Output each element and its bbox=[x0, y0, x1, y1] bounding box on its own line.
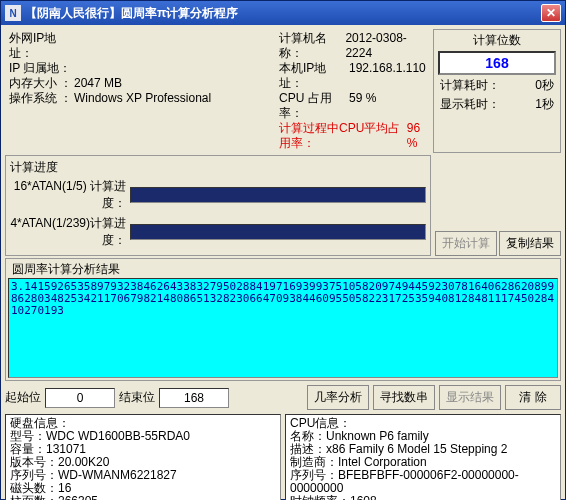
probability-button[interactable]: 几率分析 bbox=[307, 385, 369, 410]
result-textarea[interactable]: 3.14159265358979323846264338327950288419… bbox=[8, 278, 558, 378]
progress2-label: 4*ATAN(1/239)计算进度： bbox=[10, 215, 130, 249]
count-group: 计算位数 168 计算耗时：0秒 显示耗时：1秒 bbox=[433, 29, 561, 153]
disk-heads-value: 16 bbox=[58, 481, 71, 495]
titlebar: N 【阴南人民很行】圆周率π计算分析程序 ✕ bbox=[1, 1, 565, 25]
ext-ip-label: 外网IP地址： bbox=[9, 31, 74, 61]
ip-loc-label: IP 归属地： bbox=[9, 61, 74, 76]
cpu-desc-value: x86 Family 6 Model 15 Stepping 2 bbox=[326, 442, 507, 456]
disk-model-label: 型号： bbox=[10, 429, 46, 443]
local-ip-value: 192.168.1.110 bbox=[349, 61, 426, 91]
disp-time-value: 1秒 bbox=[535, 96, 554, 113]
window-title: 【阴南人民很行】圆周率π计算分析程序 bbox=[25, 5, 541, 22]
disk-sn-value: WD-WMANM6221827 bbox=[58, 468, 177, 482]
cpu-name-value: Unknown P6 family bbox=[326, 429, 429, 443]
disp-time-label: 显示耗时： bbox=[440, 96, 500, 113]
end-pos-label: 结束位 bbox=[119, 389, 155, 406]
system-info-right: 计算机名称：2012-0308-2224 本机IP地址：192.168.1.11… bbox=[279, 29, 429, 153]
mem-value: 2047 MB bbox=[74, 76, 122, 91]
progress-group: 计算进度 16*ATAN(1/5) 计算进度： 4*ATAN(1/239)计算进… bbox=[5, 155, 431, 256]
disk-cyl-label: 柱面数： bbox=[10, 494, 58, 500]
mem-label: 内存大小 ： bbox=[9, 76, 74, 91]
close-button[interactable]: ✕ bbox=[541, 4, 561, 22]
cpu-use-value: 59 % bbox=[349, 91, 376, 121]
local-ip-label: 本机IP地址： bbox=[279, 61, 349, 91]
start-pos-input[interactable] bbox=[45, 388, 115, 408]
pc-name-label: 计算机名称： bbox=[279, 31, 345, 61]
cpu-use-label: CPU 占用率： bbox=[279, 91, 349, 121]
end-pos-input[interactable] bbox=[159, 388, 229, 408]
start-pos-label: 起始位 bbox=[5, 389, 41, 406]
disk-heads-label: 磁头数： bbox=[10, 481, 58, 495]
os-value: Windows XP Professional bbox=[74, 91, 211, 106]
calc-time-label: 计算耗时： bbox=[440, 77, 500, 94]
avg-cpu-value: 96 % bbox=[407, 121, 429, 151]
os-label: 操作系统 ： bbox=[9, 91, 74, 106]
copy-result-button[interactable]: 复制结果 bbox=[499, 231, 561, 256]
result-title: 圆周率计算分析结果 bbox=[8, 261, 558, 278]
disk-cyl-value: 266305 bbox=[58, 494, 98, 500]
progress1-label: 16*ATAN(1/5) 计算进度： bbox=[10, 178, 130, 212]
avg-cpu-label: 计算过程中CPU平均占用率： bbox=[279, 121, 407, 151]
close-icon: ✕ bbox=[546, 6, 556, 20]
cpu-mfr-value: Intel Corporation bbox=[338, 455, 427, 469]
calc-time-value: 0秒 bbox=[535, 77, 554, 94]
count-display: 168 bbox=[438, 51, 556, 75]
disk-model-value: WDC WD1600BB-55RDA0 bbox=[46, 429, 190, 443]
find-string-button[interactable]: 寻找数串 bbox=[373, 385, 435, 410]
clear-button[interactable]: 清 除 bbox=[505, 385, 561, 410]
cpu-name-label: 名称： bbox=[290, 429, 326, 443]
result-group: 圆周率计算分析结果 3.1415926535897932384626433832… bbox=[5, 258, 561, 381]
cpu-desc-label: 描述： bbox=[290, 442, 326, 456]
progress2-bar bbox=[130, 224, 426, 240]
pc-name-value: 2012-0308-2224 bbox=[345, 31, 429, 61]
progress1-bar bbox=[130, 187, 426, 203]
disk-cap-value: 131071 bbox=[46, 442, 86, 456]
cpu-clock-label: 时钟频率： bbox=[290, 494, 350, 500]
cpu-info-box: CPU信息： 名称：Unknown P6 family 描述：x86 Famil… bbox=[285, 414, 561, 500]
show-result-button[interactable]: 显示结果 bbox=[439, 385, 501, 410]
disk-sn-label: 序列号： bbox=[10, 468, 58, 482]
cpu-mfr-label: 制造商： bbox=[290, 455, 338, 469]
disk-ver-value: 20.00K20 bbox=[58, 455, 109, 469]
progress-title: 计算进度 bbox=[10, 159, 426, 176]
count-title: 计算位数 bbox=[438, 32, 556, 49]
start-calc-button[interactable]: 开始计算 bbox=[435, 231, 497, 256]
disk-info-box: 硬盘信息： 型号：WDC WD1600BB-55RDA0 容量：131071 版… bbox=[5, 414, 281, 500]
system-info-left: 外网IP地址： IP 归属地： 内存大小 ：2047 MB 操作系统 ：Wind… bbox=[5, 29, 275, 153]
disk-ver-label: 版本号： bbox=[10, 455, 58, 469]
cpu-sn-label: 序列号： bbox=[290, 468, 338, 482]
app-icon: N bbox=[5, 5, 21, 21]
cpu-clock-value: 1608 bbox=[350, 494, 377, 500]
disk-cap-label: 容量： bbox=[10, 442, 46, 456]
